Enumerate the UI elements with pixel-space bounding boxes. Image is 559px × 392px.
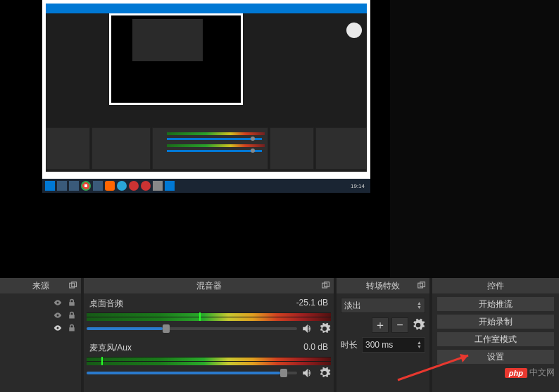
app-icon-4 bbox=[129, 181, 139, 191]
nested-preview bbox=[109, 13, 243, 105]
captured-taskbar: 19:14 bbox=[42, 179, 370, 193]
remove-transition-button[interactable]: − bbox=[391, 317, 408, 333]
transition-select[interactable]: 淡出 ▲▼ bbox=[341, 298, 425, 313]
channel-db: 0.0 dB bbox=[303, 342, 328, 354]
gear-icon[interactable] bbox=[411, 318, 425, 332]
transitions-panel: 转场特效 淡出 ▲▼ ＋ − 时长 300 ms ▲▼ bbox=[337, 278, 429, 392]
nested-content bbox=[46, 13, 367, 189]
nested-window bbox=[46, 4, 367, 189]
watermark-label: 中文网 bbox=[529, 367, 555, 379]
source-row[interactable] bbox=[3, 309, 78, 322]
nested-sources-panel bbox=[92, 127, 150, 170]
watermark: php 中文网 bbox=[505, 367, 555, 379]
spin-icon: ▲▼ bbox=[417, 301, 422, 310]
speaker-icon[interactable] bbox=[301, 367, 314, 379]
app-icon bbox=[93, 181, 103, 191]
mixer-channel-mic: 麦克风/Aux 0.0 dB bbox=[87, 341, 331, 379]
nested-controls-panel bbox=[315, 127, 367, 170]
transitions-header: 转场特效 bbox=[337, 278, 429, 293]
mixer-header: 混音器 bbox=[84, 278, 334, 293]
start-recording-button[interactable]: 开始录制 bbox=[436, 314, 555, 329]
app-icon-3 bbox=[117, 181, 127, 191]
volume-slider[interactable] bbox=[87, 372, 297, 374]
app-icon-6 bbox=[153, 181, 163, 191]
nested-mixer-panel bbox=[152, 127, 268, 170]
lock-icon[interactable] bbox=[67, 311, 77, 320]
app-icon-2 bbox=[105, 181, 115, 191]
preview-area: 19:14 bbox=[0, 0, 390, 278]
nested-panels bbox=[46, 127, 367, 170]
volume-meter bbox=[87, 357, 331, 365]
eye-icon[interactable] bbox=[53, 298, 63, 307]
tiny-recursive-preview bbox=[132, 19, 203, 61]
dock-detach-icon[interactable] bbox=[417, 281, 427, 291]
taskbar-clock: 19:14 bbox=[351, 183, 368, 189]
start-icon bbox=[45, 181, 55, 191]
controls-title: 控件 bbox=[487, 280, 504, 292]
spin-icon: ▲▼ bbox=[417, 341, 422, 349]
explorer-icon bbox=[69, 181, 79, 191]
speaker-icon[interactable] bbox=[301, 322, 314, 335]
nested-preview-inner bbox=[111, 15, 241, 103]
source-row[interactable] bbox=[3, 322, 78, 334]
transitions-title: 转场特效 bbox=[366, 280, 400, 292]
lock-icon[interactable] bbox=[67, 298, 77, 307]
mixer-channel-desktop: 桌面音频 -25.1 dB bbox=[87, 296, 331, 335]
add-transition-button[interactable]: ＋ bbox=[372, 317, 389, 333]
mixer-panel: 混音器 桌面音频 -25.1 dB bbox=[84, 278, 334, 392]
source-row[interactable] bbox=[3, 296, 78, 309]
studio-mode-button[interactable]: 工作室模式 bbox=[436, 331, 555, 347]
duration-value: 300 ms bbox=[365, 340, 393, 350]
start-streaming-button[interactable]: 开始推流 bbox=[436, 296, 555, 312]
settings-button[interactable]: 设置 bbox=[436, 349, 555, 365]
nested-titlebar bbox=[46, 4, 367, 13]
sources-panel: 来源 bbox=[0, 278, 81, 392]
gear-icon[interactable] bbox=[318, 367, 331, 379]
eye-icon[interactable] bbox=[53, 324, 63, 332]
mixer-title: 混音器 bbox=[196, 280, 222, 292]
sources-header: 来源 bbox=[0, 278, 81, 293]
watermark-badge: php bbox=[505, 368, 527, 378]
task-icon bbox=[57, 181, 67, 191]
controls-header: 控件 bbox=[432, 278, 559, 293]
app-icon-5 bbox=[141, 181, 151, 191]
sources-title: 来源 bbox=[32, 280, 49, 292]
duration-input[interactable]: 300 ms ▲▼ bbox=[362, 337, 425, 353]
avatar-watermark bbox=[346, 23, 362, 38]
dock-detach-icon[interactable] bbox=[68, 281, 78, 291]
transition-selected: 淡出 bbox=[344, 300, 361, 312]
transitions-body: 淡出 ▲▼ ＋ − 时长 300 ms ▲▼ bbox=[337, 293, 429, 392]
dock: 来源 混音器 bbox=[0, 278, 559, 392]
nested-scenes-panel bbox=[46, 127, 90, 170]
duration-label: 时长 bbox=[341, 339, 358, 351]
channel-name: 桌面音频 bbox=[89, 298, 123, 310]
chrome-icon bbox=[81, 181, 91, 191]
app-icon-7 bbox=[165, 181, 175, 191]
preview-content bbox=[42, 0, 370, 193]
gear-icon[interactable] bbox=[318, 322, 331, 335]
dock-detach-icon[interactable] bbox=[321, 281, 331, 291]
nested-trans-panel bbox=[270, 127, 314, 170]
lock-icon[interactable] bbox=[67, 324, 77, 332]
right-black-area bbox=[390, 0, 559, 278]
channel-db: -25.1 dB bbox=[296, 298, 328, 310]
volume-slider[interactable] bbox=[87, 327, 297, 330]
eye-icon[interactable] bbox=[53, 311, 63, 320]
sources-body bbox=[0, 293, 81, 392]
channel-name: 麦克风/Aux bbox=[89, 342, 132, 354]
mixer-body: 桌面音频 -25.1 dB 麦克风/A bbox=[84, 293, 334, 392]
volume-meter bbox=[87, 312, 331, 321]
